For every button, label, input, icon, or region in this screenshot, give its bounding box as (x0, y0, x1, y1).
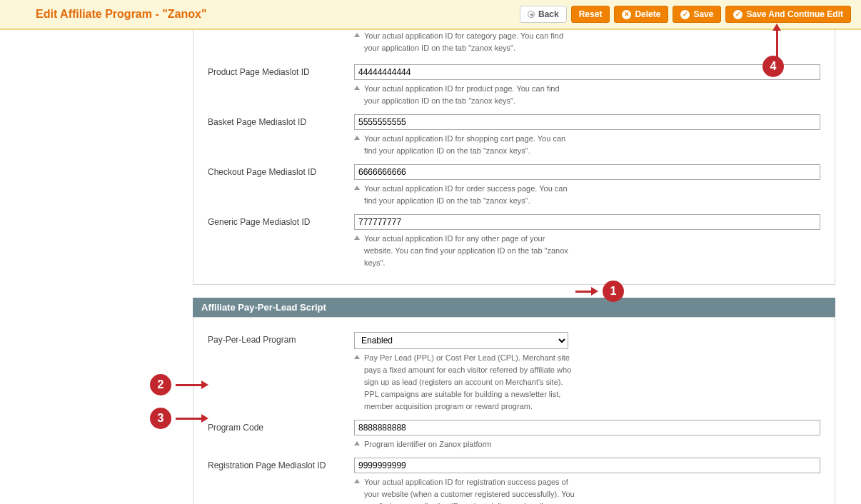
hint-triangle-icon (354, 355, 360, 359)
content-area: Your actual application ID for category … (0, 30, 861, 504)
back-button-label: Back (538, 9, 559, 19)
basket-page-input[interactable] (354, 114, 820, 130)
hint-text: Pay Per Lead (PPL) or Cost Per Lead (CPL… (364, 352, 575, 413)
registration-page-input[interactable] (354, 458, 820, 473)
header-button-group: ◂ Back Reset Delete Save Save And Contin… (520, 6, 851, 23)
hint-triangle-icon (354, 136, 360, 140)
basket-page-row: Basket Page Mediaslot ID Your actual app… (208, 107, 820, 157)
check-icon (733, 10, 742, 19)
hint-triangle-icon (354, 441, 360, 445)
hint-text: Your actual application ID for category … (364, 30, 575, 54)
basket-page-label: Basket Page Mediaslot ID (208, 114, 354, 157)
page-header: Edit Affiliate Program - "Zanox" ◂ Back … (0, 0, 861, 30)
program-code-input[interactable] (354, 420, 820, 435)
program-code-row: Program Code Program identifier on Zanox… (208, 413, 820, 450)
product-page-label: Product Page Mediaslot ID (208, 64, 354, 107)
generic-page-input[interactable] (354, 214, 820, 230)
product-page-input[interactable] (354, 64, 820, 80)
generic-page-row: Generic Page Mediaslot ID Your actual ap… (208, 207, 820, 269)
reset-button-label: Reset (579, 9, 603, 19)
ppl-program-hint: Pay Per Lead (PPL) or Cost Per Lead (CPL… (354, 352, 575, 413)
checkout-page-row: Checkout Page Mediaslot ID Your actual a… (208, 157, 820, 207)
ppl-program-select[interactable]: Enabled (354, 332, 568, 349)
back-arrow-icon: ◂ (528, 11, 535, 18)
registration-page-row: Registration Page Mediaslot ID Your actu… (208, 450, 820, 504)
hint-triangle-icon (354, 236, 360, 240)
checkout-page-input[interactable] (354, 164, 820, 180)
program-code-hint: Program identifier on Zanox platform (354, 438, 575, 450)
ppl-program-row: Pay-Per-Lead Program Enabled Pay Per Lea… (208, 325, 820, 413)
product-page-hint: Your actual application ID for product p… (354, 83, 575, 107)
hint-text: Your actual application ID for shopping … (364, 133, 575, 157)
sidebar-placeholder (0, 30, 193, 504)
hint-triangle-icon (354, 479, 360, 483)
back-button[interactable]: ◂ Back (520, 6, 567, 23)
product-page-row: Product Page Mediaslot ID Your actual ap… (208, 57, 820, 107)
main-column: Your actual application ID for category … (193, 30, 835, 504)
save-continue-button[interactable]: Save And Continue Edit (725, 6, 851, 23)
generic-page-label: Generic Page Mediaslot ID (208, 214, 354, 269)
ppl-program-label: Pay-Per-Lead Program (208, 332, 354, 413)
ppl-section-header: Affiliate Pay-Per-Lead Script (193, 298, 835, 317)
reset-button[interactable]: Reset (571, 6, 610, 23)
category-page-hint-tail: Your actual application ID for category … (354, 30, 575, 54)
save-button[interactable]: Save (673, 6, 721, 23)
hint-triangle-icon (354, 33, 360, 37)
page-title: Edit Affiliate Program - "Zanox" (36, 8, 207, 21)
checkout-page-label: Checkout Page Mediaslot ID (208, 164, 354, 207)
hint-triangle-icon (354, 186, 360, 190)
hint-text: Your actual application ID for any other… (364, 233, 575, 269)
registration-page-hint: Your actual application ID for registrat… (354, 476, 575, 504)
generic-page-hint: Your actual application ID for any other… (354, 233, 575, 269)
registration-page-label: Registration Page Mediaslot ID (208, 458, 354, 504)
delete-button[interactable]: Delete (614, 6, 668, 23)
check-icon (680, 10, 690, 19)
basket-page-hint: Your actual application ID for shopping … (354, 133, 575, 157)
checkout-page-hint: Your actual application ID for order suc… (354, 183, 575, 207)
hint-text: Your actual application ID for registrat… (364, 476, 575, 504)
delete-button-label: Delete (635, 9, 660, 19)
delete-icon (622, 10, 631, 19)
save-button-label: Save (693, 9, 713, 19)
ppl-fieldset: Pay-Per-Lead Program Enabled Pay Per Lea… (193, 317, 835, 504)
program-code-label: Program Code (208, 420, 354, 450)
mediaslot-fieldset: Your actual application ID for category … (193, 30, 835, 285)
save-continue-button-label: Save And Continue Edit (746, 9, 843, 19)
hint-text: Program identifier on Zanox platform (364, 438, 492, 450)
hint-text: Your actual application ID for product p… (364, 83, 575, 107)
hint-text: Your actual application ID for order suc… (364, 183, 575, 207)
hint-triangle-icon (354, 86, 360, 90)
